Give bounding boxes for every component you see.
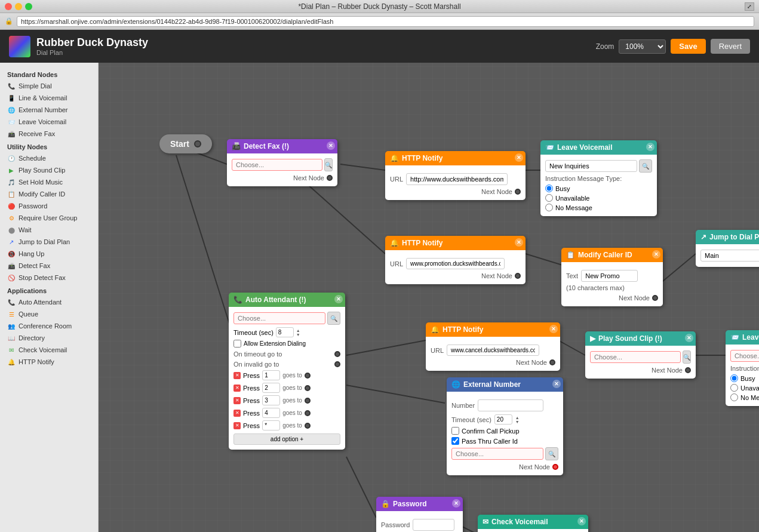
ext-spinner-up[interactable]: ▲: [515, 416, 520, 420]
sidebar-item-schedule[interactable]: 🕐 Schedule: [0, 152, 98, 164]
play-sound-clip-close[interactable]: ✕: [685, 334, 693, 342]
ext-spinner-down[interactable]: ▼: [515, 420, 520, 424]
sidebar-item-password[interactable]: 🔴 Password: [0, 200, 98, 212]
auto-attendant-ext-dialing-checkbox[interactable]: [233, 340, 241, 348]
expand-button[interactable]: ⤢: [745, 2, 754, 11]
detect-fax-connector[interactable]: [327, 175, 333, 181]
external-number-search[interactable]: 🔍: [545, 447, 558, 460]
sidebar-item-auto-attendant[interactable]: 📞 Auto Attendant: [0, 296, 98, 308]
auto-attendant-invalid-connector[interactable]: [334, 361, 340, 367]
http-notify-1-url-input[interactable]: [406, 173, 508, 185]
leave-voicemail-1-mailbox[interactable]: [545, 160, 637, 172]
minimize-button[interactable]: [15, 3, 22, 10]
external-number-close[interactable]: ✕: [552, 380, 561, 388]
auto-attendant-timeout-connector[interactable]: [334, 351, 340, 357]
leave-voicemail-1-close[interactable]: ✕: [646, 143, 654, 151]
press-star-remove[interactable]: ✕: [233, 422, 241, 429]
press-1-remove[interactable]: ✕: [233, 372, 241, 379]
http-notify-2-url-input[interactable]: [406, 258, 505, 269]
sidebar-item-wait[interactable]: ⬤ Wait: [0, 224, 98, 236]
sidebar-item-external-number[interactable]: 🌐 External Number: [0, 104, 98, 116]
http-notify-3-close[interactable]: ✕: [549, 325, 558, 333]
lv2-nomessage-radio[interactable]: [730, 393, 738, 401]
maximize-button[interactable]: [25, 3, 32, 10]
press-1-connector[interactable]: [305, 373, 311, 379]
sidebar-item-receive-fax[interactable]: 📠 Receive Fax: [0, 128, 98, 140]
revert-button[interactable]: Revert: [711, 39, 750, 54]
press-4-remove[interactable]: ✕: [233, 410, 241, 417]
external-number-choose-input[interactable]: [451, 448, 543, 460]
add-option-button[interactable]: add option +: [233, 433, 340, 445]
auto-attendant-close[interactable]: ✕: [334, 295, 343, 303]
confirm-call-pickup-checkbox[interactable]: [451, 427, 459, 435]
auto-attendant-search[interactable]: 🔍: [327, 312, 340, 325]
external-number-input[interactable]: [478, 399, 543, 411]
sidebar-item-detect-fax[interactable]: 📠 Detect Fax: [0, 260, 98, 272]
sidebar-item-play-sound-clip[interactable]: ▶ Play Sound Clip: [0, 164, 98, 176]
sidebar-item-simple-dial[interactable]: 📞 Simple Dial: [0, 80, 98, 92]
sidebar-item-http-notify[interactable]: 🔔 HTTP Notify: [0, 356, 98, 368]
sidebar-item-jump-dial-plan[interactable]: ↗ Jump to Dial Plan: [0, 236, 98, 248]
press-star-connector[interactable]: [305, 423, 311, 429]
lv2-busy-radio[interactable]: [730, 374, 738, 382]
sidebar-item-stop-detect-fax[interactable]: 🚫 Stop Detect Fax: [0, 272, 98, 284]
sidebar-item-conference-room[interactable]: 👥 Conference Room: [0, 320, 98, 332]
modify-caller-id-connector[interactable]: [652, 295, 658, 301]
press-star-key[interactable]: [262, 420, 280, 430]
check-voicemail-close[interactable]: ✕: [577, 517, 586, 525]
modify-caller-id-close[interactable]: ✕: [652, 250, 660, 259]
sidebar-item-set-hold-music[interactable]: 🎵 Set Hold Music: [0, 176, 98, 188]
press-3-connector[interactable]: [305, 398, 311, 404]
jump-to-dial-plan-input[interactable]: [700, 250, 759, 262]
leave-voicemail-1-search[interactable]: 🔍: [639, 159, 652, 173]
spinner-up[interactable]: ▲: [296, 328, 300, 333]
detect-fax-search-btn[interactable]: 🔍: [324, 158, 333, 171]
press-4-connector[interactable]: [305, 410, 311, 416]
password-close[interactable]: ✕: [452, 499, 460, 508]
http-notify-1-close[interactable]: ✕: [515, 153, 523, 162]
sidebar-item-queue[interactable]: ☰ Queue: [0, 308, 98, 320]
external-number-connector[interactable]: [552, 464, 558, 470]
http-notify-1-connector[interactable]: [515, 189, 521, 195]
press-1-key[interactable]: [262, 370, 280, 380]
leave-voicemail-2-input[interactable]: [730, 350, 759, 362]
press-4-key[interactable]: [262, 408, 280, 418]
press-2-remove[interactable]: ✕: [233, 385, 241, 392]
http-notify-3-url-input[interactable]: [447, 345, 539, 356]
sidebar-item-modify-caller-id[interactable]: 📋 Modify Caller ID: [0, 188, 98, 200]
play-sound-clip-connector[interactable]: [685, 367, 691, 373]
play-sound-clip-input[interactable]: [590, 351, 681, 363]
sidebar-item-hang-up[interactable]: 📵 Hang Up: [0, 248, 98, 260]
pass-thru-caller-id-checkbox[interactable]: [451, 437, 459, 445]
sidebar-item-directory[interactable]: 📖 Directory: [0, 332, 98, 344]
url-field[interactable]: https://smarshall.onjive.com/admin/exten…: [17, 16, 754, 27]
sidebar-item-leave-voicemail[interactable]: 📨 Leave Voicemail: [0, 116, 98, 128]
play-sound-clip-search[interactable]: 🔍: [683, 350, 691, 364]
auto-attendant-timeout-input[interactable]: [276, 327, 294, 337]
press-2-key[interactable]: [262, 383, 280, 393]
close-button[interactable]: [5, 3, 12, 10]
http-notify-2-connector[interactable]: [515, 273, 521, 279]
sidebar-item-check-voicemail[interactable]: ✉ Check Voicemail: [0, 344, 98, 356]
lv1-busy-radio[interactable]: [545, 184, 553, 192]
sidebar-item-line-voicemail[interactable]: 📱 Line & Voicemail: [0, 92, 98, 104]
lv1-nomessage-radio[interactable]: [545, 204, 553, 211]
save-button[interactable]: Save: [671, 39, 705, 54]
external-number-timeout-input[interactable]: [494, 414, 512, 425]
http-notify-3-connector[interactable]: [549, 359, 555, 365]
dial-plan-canvas[interactable]: Start 📠 Detect Fax (!) ✕ 🔍 Next Node: [99, 63, 759, 532]
detect-fax-input[interactable]: [232, 159, 322, 171]
http-notify-2-close[interactable]: ✕: [515, 238, 523, 247]
sidebar-item-require-user-group[interactable]: ⚙ Require User Group: [0, 212, 98, 224]
lv1-unavailable-radio[interactable]: [545, 194, 553, 202]
auto-attendant-input[interactable]: [233, 312, 325, 324]
password-input[interactable]: [413, 519, 454, 531]
lv2-unavailable-radio[interactable]: [730, 384, 738, 392]
press-3-key[interactable]: [262, 395, 280, 405]
modify-caller-id-text-input[interactable]: [581, 270, 638, 282]
detect-fax-close[interactable]: ✕: [327, 142, 335, 150]
spinner-down[interactable]: ▼: [296, 333, 300, 337]
zoom-select[interactable]: 100% 75% 50% 125%: [619, 39, 666, 54]
press-2-connector[interactable]: [305, 385, 311, 391]
press-3-remove[interactable]: ✕: [233, 397, 241, 404]
